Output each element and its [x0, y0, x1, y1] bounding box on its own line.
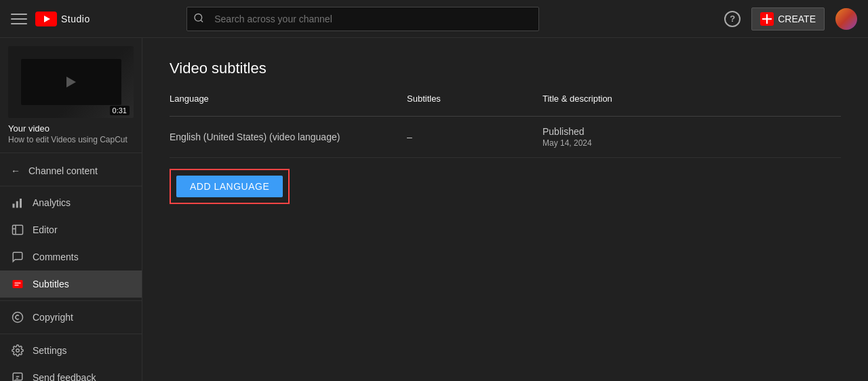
- studio-label: Studio: [61, 14, 90, 24]
- avatar[interactable]: [835, 8, 857, 30]
- svg-rect-5: [762, 18, 772, 20]
- sidebar-item-feedback[interactable]: Send feedback: [0, 364, 142, 381]
- video-description: How to edit Videos using CapCut: [8, 135, 134, 144]
- col-header-title: Title & description: [542, 94, 841, 109]
- sidebar: 0:31 Your video How to edit Videos using…: [0, 38, 142, 381]
- search-icon: [193, 12, 204, 25]
- top-navigation: Studio ? CREATE: [0, 0, 868, 38]
- video-info: Your video How to edit Videos using CapC…: [8, 123, 134, 144]
- svg-rect-9: [13, 225, 23, 235]
- cell-language: English (United States) (video language): [170, 132, 407, 142]
- editor-icon: [11, 223, 24, 237]
- table-row: English (United States) (video language)…: [170, 117, 841, 158]
- subtitles-icon: [11, 277, 24, 291]
- table-header: Language Subtitles Title & description: [170, 94, 841, 117]
- back-arrow-icon: ←: [11, 165, 20, 176]
- feedback-icon: [11, 371, 24, 381]
- svg-point-2: [195, 14, 202, 21]
- copyright-icon: [11, 310, 24, 324]
- status-published: Published: [542, 126, 841, 137]
- search-bar: [186, 7, 539, 31]
- help-icon[interactable]: ?: [724, 11, 741, 27]
- svg-point-16: [16, 349, 20, 353]
- add-language-area: ADD LANGUAGE: [170, 169, 290, 204]
- sidebar-video-section: 0:31 Your video How to edit Videos using…: [0, 38, 142, 153]
- video-screen: [21, 59, 121, 106]
- main-layout: 0:31 Your video How to edit Videos using…: [0, 38, 868, 381]
- settings-label: Settings: [33, 345, 67, 356]
- analytics-label: Analytics: [33, 197, 71, 208]
- svg-rect-6: [13, 204, 15, 208]
- subtitles-label: Subtitles: [33, 279, 69, 289]
- sidebar-divider-1: [0, 186, 142, 186]
- comments-icon: [11, 250, 24, 264]
- video-duration: 0:31: [110, 106, 130, 115]
- copyright-label: Copyright: [33, 312, 73, 323]
- sidebar-item-subtitles[interactable]: Subtitles: [0, 270, 142, 298]
- sidebar-item-comments[interactable]: Comments: [0, 243, 142, 270]
- settings-icon: [11, 344, 24, 357]
- svg-rect-12: [13, 280, 23, 288]
- sidebar-nav: ← Channel content Analytics: [0, 153, 142, 381]
- svg-rect-8: [20, 199, 22, 208]
- feedback-label: Send feedback: [33, 372, 96, 381]
- sidebar-item-copyright[interactable]: Copyright: [0, 304, 142, 331]
- youtube-logo-icon: [35, 12, 57, 26]
- create-icon: [760, 12, 774, 26]
- svg-point-15: [13, 313, 23, 323]
- sidebar-divider-3: [0, 334, 142, 334]
- cell-status: Published May 14, 2024: [542, 126, 841, 148]
- status-date: May 14, 2024: [542, 138, 841, 148]
- logo[interactable]: Studio: [35, 12, 90, 26]
- video-thumbnail[interactable]: 0:31: [8, 46, 134, 118]
- sidebar-item-analytics[interactable]: Analytics: [0, 189, 142, 216]
- video-title: Your video: [8, 123, 134, 134]
- sidebar-item-editor[interactable]: Editor: [0, 216, 142, 243]
- col-header-language: Language: [170, 94, 407, 109]
- add-language-button[interactable]: ADD LANGUAGE: [176, 176, 283, 197]
- search-input[interactable]: [186, 7, 539, 31]
- editor-label: Editor: [33, 224, 58, 235]
- page-title: Video subtitles: [170, 60, 841, 77]
- nav-left: Studio: [11, 11, 90, 27]
- content-area: Video subtitles Language Subtitles Title…: [142, 38, 868, 381]
- svg-rect-7: [16, 201, 18, 208]
- analytics-icon: [11, 196, 24, 209]
- svg-line-3: [201, 20, 203, 22]
- col-header-subtitles: Subtitles: [407, 94, 542, 109]
- sidebar-back-button[interactable]: ← Channel content: [0, 159, 142, 183]
- create-button[interactable]: CREATE: [751, 7, 825, 31]
- menu-icon[interactable]: [11, 11, 27, 27]
- sidebar-item-settings[interactable]: Settings: [0, 337, 142, 364]
- nav-right: ? CREATE: [724, 7, 857, 31]
- channel-content-label: Channel content: [28, 165, 98, 176]
- cell-subtitles: –: [407, 132, 542, 142]
- comments-label: Comments: [33, 252, 79, 262]
- sidebar-divider-2: [0, 300, 142, 301]
